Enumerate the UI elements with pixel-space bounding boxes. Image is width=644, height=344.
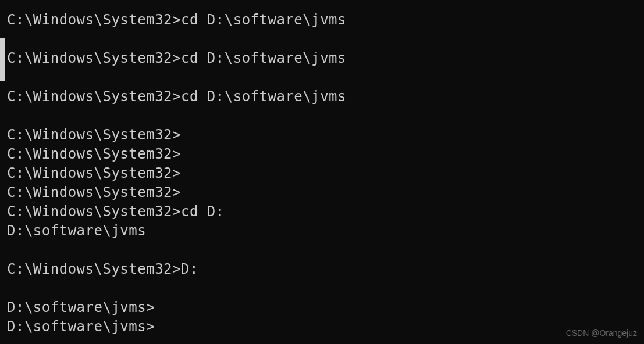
terminal-line: C:\Windows\System32>cd D:\software\jvms <box>7 87 644 106</box>
watermark-text: CSDN @Orangejuz <box>566 328 637 339</box>
scrollbar-thumb[interactable] <box>0 38 5 81</box>
terminal-output[interactable]: C:\Windows\System32>cd D:\software\jvmsC… <box>7 10 644 336</box>
terminal-line: C:\Windows\System32>cd D:\software\jvms <box>7 49 644 68</box>
terminal-line: C:\Windows\System32> <box>7 183 644 202</box>
terminal-line: D:\software\jvms> <box>7 298 644 317</box>
terminal-line: C:\Windows\System32> <box>7 164 644 183</box>
terminal-line: C:\Windows\System32>cd D:\software\jvms <box>7 10 644 30</box>
terminal-line: C:\Windows\System32> <box>7 126 644 145</box>
terminal-line: D:\software\jvms <box>7 221 644 241</box>
terminal-line: D:\software\jvms> <box>7 317 644 336</box>
terminal-line: C:\Windows\System32>cd D: <box>7 202 644 221</box>
terminal-line: C:\Windows\System32> <box>7 145 644 164</box>
scrollbar-track[interactable] <box>0 0 6 344</box>
terminal-line: C:\Windows\System32>D: <box>7 260 644 279</box>
